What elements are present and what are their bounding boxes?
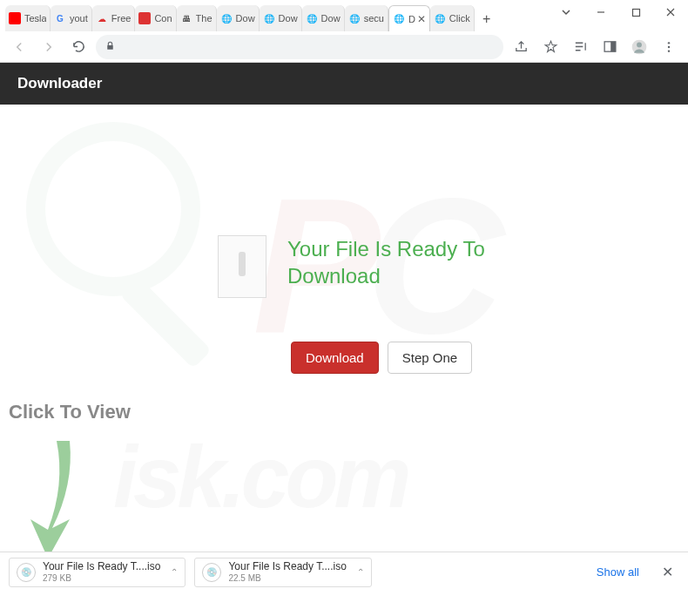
url-input[interactable] (123, 40, 495, 53)
tab-7[interactable]: 🌐Dow (302, 5, 345, 31)
tab-label: Dow (236, 13, 255, 24)
tab-9-active[interactable]: 🌐D✕ (388, 5, 430, 31)
svg-point-5 (637, 42, 642, 47)
tab-label: Dow (321, 13, 341, 24)
tab-2[interactable]: ☁Free (92, 5, 136, 31)
browser-titlebar: Tesla Gyout ☁Free Con 🖶The 🌐Dow 🌐Dow 🌐Do… (0, 0, 688, 31)
svg-point-7 (668, 45, 670, 47)
lock-icon (105, 39, 116, 55)
tab-label: secu (364, 13, 384, 24)
tab-label: Con (154, 13, 172, 24)
tab-10[interactable]: 🌐Click (430, 5, 475, 31)
reload-button[interactable] (66, 35, 91, 59)
file-icon: 💿 (17, 563, 36, 582)
svg-rect-1 (107, 44, 113, 49)
download-filesize: 22.5 MB (228, 573, 346, 583)
youtube-icon (9, 12, 21, 24)
minimize-button[interactable] (583, 0, 618, 24)
globe-icon: 🌐 (306, 12, 318, 24)
page-header: Downloader (0, 63, 688, 105)
share-icon[interactable] (509, 35, 533, 59)
button-row: Download Step One (291, 342, 653, 374)
tab-label: Dow (279, 13, 298, 24)
svg-point-6 (668, 42, 670, 44)
maximize-button[interactable] (618, 0, 653, 24)
step-one-button[interactable]: Step One (388, 342, 472, 374)
download-filename: Your File Is Ready T....iso (228, 561, 346, 572)
new-tab-button[interactable]: + (475, 7, 499, 31)
chevron-down-icon[interactable] (549, 0, 583, 24)
svg-rect-0 (632, 9, 639, 16)
globe-icon: 🌐 (393, 13, 405, 25)
shelf-close-button[interactable]: ✕ (655, 564, 679, 580)
show-all-link[interactable]: Show all (590, 562, 646, 582)
download-button[interactable]: Download (291, 342, 379, 374)
chevron-up-icon[interactable]: ⌃ (171, 567, 178, 577)
tab-1[interactable]: Gyout (51, 5, 92, 31)
download-item-1[interactable]: 💿 Your File Is Ready T....iso 22.5 MB ⌃ (194, 558, 371, 587)
bookmark-star-icon[interactable] (538, 35, 563, 59)
download-shelf: 💿 Your File Is Ready T....iso 279 KB ⌃ 💿… (0, 552, 688, 592)
download-info: Your File Is Ready T....iso 279 KB (43, 561, 160, 582)
tab-6[interactable]: 🌐Dow (260, 5, 302, 31)
tab-label: D (408, 14, 415, 24)
forward-button[interactable] (37, 35, 61, 59)
download-headline: Your File Is Ready To Download (287, 235, 496, 289)
close-window-button[interactable] (653, 0, 688, 24)
content-row: Your File Is Ready To Download (218, 235, 653, 298)
browser-toolbar (0, 31, 688, 63)
download-filesize: 279 KB (43, 573, 160, 583)
tab-0[interactable]: Tesla (5, 5, 51, 31)
side-panel-icon[interactable] (597, 35, 622, 59)
svg-point-8 (668, 50, 670, 51)
zip-file-icon (218, 235, 266, 298)
globe-icon: 🌐 (220, 12, 233, 24)
file-icon: 💿 (202, 563, 221, 582)
page-content: Downloader PC isk.com Your File Is Ready… (0, 63, 688, 552)
tab-8[interactable]: 🌐secu (345, 5, 388, 31)
tab-3[interactable]: Con (135, 5, 176, 31)
tab-5[interactable]: 🌐Dow (217, 5, 260, 31)
tab-strip: Tesla Gyout ☁Free Con 🖶The 🌐Dow 🌐Dow 🌐Do… (0, 0, 549, 31)
menu-icon[interactable] (657, 35, 681, 59)
arrow-down-icon (9, 432, 96, 552)
window-controls (549, 0, 688, 24)
globe-icon: 🌐 (434, 12, 446, 24)
globe-icon: 🌐 (348, 12, 361, 24)
tab-label: Click (449, 13, 470, 24)
download-filename: Your File Is Ready T....iso (43, 561, 160, 572)
back-button[interactable] (7, 35, 31, 59)
reading-list-icon[interactable] (568, 35, 592, 59)
tab-4[interactable]: 🖶The (177, 5, 217, 31)
square-icon (138, 12, 151, 24)
click-to-view-text: Click To View (9, 401, 131, 423)
google-icon: G (54, 12, 66, 24)
printer-icon: 🖶 (180, 12, 192, 24)
tab-close-icon[interactable]: ✕ (417, 13, 426, 25)
globe-icon: 🌐 (263, 12, 275, 24)
download-item-0[interactable]: 💿 Your File Is Ready T....iso 279 KB ⌃ (9, 558, 185, 587)
address-bar[interactable] (96, 35, 503, 59)
tab-label: Tesla (24, 13, 46, 24)
click-to-view-callout: Click To View (9, 401, 131, 552)
page-title: Downloader (17, 75, 102, 91)
profile-icon[interactable] (627, 35, 651, 59)
tab-label: yout (70, 13, 88, 24)
svg-rect-3 (610, 42, 616, 51)
cloud-icon: ☁ (96, 12, 108, 24)
tab-label: The (196, 13, 212, 24)
chevron-up-icon[interactable]: ⌃ (357, 567, 364, 577)
tab-label: Free (111, 13, 132, 24)
download-info: Your File Is Ready T....iso 22.5 MB (228, 561, 346, 582)
page-body: PC isk.com Your File Is Ready To Downloa… (0, 105, 688, 409)
